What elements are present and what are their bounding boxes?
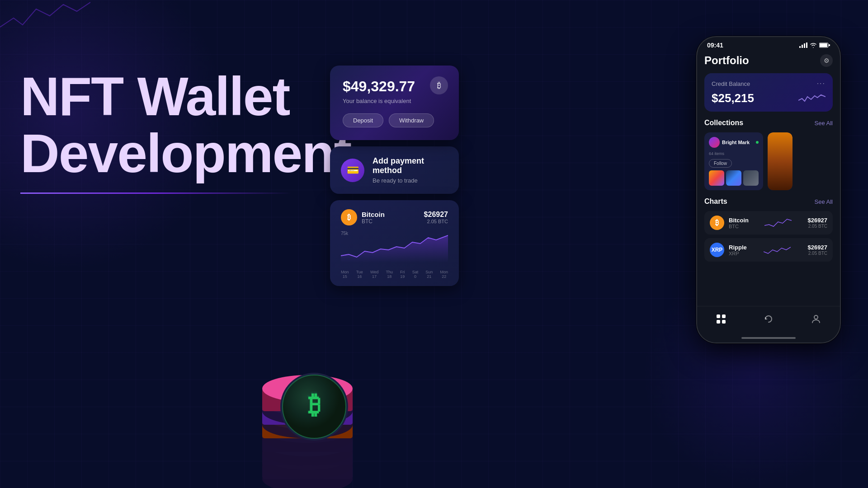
nft-thumb-3	[743, 170, 759, 186]
phone-mockup: 09:41 Portfolio	[696, 36, 841, 343]
svg-rect-28	[820, 43, 827, 47]
phone-content: Portfolio ⚙ Credit Balance ··· $25,215 C…	[697, 51, 840, 306]
chart-row-btc[interactable]: ₿ Bitcoin BTC $26927 2.05 BTC	[704, 211, 833, 235]
chart-label: 75k	[341, 231, 348, 236]
xrp-coin-info: Ripple XRP	[729, 244, 747, 256]
btc-info: Bitcoin BTC	[362, 211, 385, 225]
withdraw-button[interactable]: Withdraw	[389, 113, 434, 127]
btc-coin-ticker: BTC	[729, 224, 749, 229]
charts-header: Charts See All	[704, 197, 833, 206]
home-bar	[741, 337, 796, 339]
btc-stack-visual: ₿ ₿	[231, 316, 384, 488]
chart-date-5: Fri19	[400, 270, 405, 279]
battery-icon	[819, 42, 830, 48]
btc-ticker: BTC	[362, 218, 385, 225]
chart-date-6: Sat0	[412, 270, 419, 279]
svg-rect-25	[804, 43, 805, 48]
svg-text:₿: ₿	[308, 391, 321, 419]
phone-bottom-nav	[697, 306, 840, 333]
svg-rect-33	[722, 320, 726, 324]
credit-menu-dots[interactable]: ···	[817, 80, 826, 88]
payment-card[interactable]: 💳 Add payment method Be ready to trade	[330, 146, 459, 194]
deposit-button[interactable]: Deposit	[343, 113, 383, 127]
xrp-coin-ticker: XRP	[729, 251, 747, 256]
btc-name: Bitcoin	[362, 211, 385, 218]
phone-portfolio-title: Portfolio	[704, 54, 749, 67]
phone-home-indicator	[697, 333, 840, 343]
credit-wave-chart	[798, 93, 826, 104]
decorative-line	[0, 0, 90, 36]
collections-header: Collections See All	[704, 119, 833, 127]
svg-rect-31	[722, 314, 726, 318]
btc-coin-icon: ₿	[710, 216, 724, 230]
collection-avatar	[709, 137, 720, 148]
btc-price: $26927 2.05 BTC	[424, 211, 448, 224]
signal-icon	[799, 42, 807, 48]
nav-grid-icon[interactable]	[714, 312, 728, 326]
online-indicator	[756, 141, 759, 144]
phone-header: Portfolio ⚙	[704, 51, 833, 73]
follow-button[interactable]: Follow	[709, 159, 732, 168]
collection-user: Bright Mark	[709, 137, 759, 148]
xrp-coin-icon: XRP	[710, 243, 724, 257]
balance-subtitle: Your balance is equivalent	[343, 98, 446, 104]
payment-text: Add payment method Be ready to trade	[373, 156, 448, 184]
xrp-chart-price: $26927 2.05 BTC	[808, 244, 827, 256]
nft-thumb-2	[726, 170, 741, 186]
balance-actions: Deposit Withdraw	[343, 113, 446, 127]
collection-card-2	[768, 132, 793, 190]
hero-section: NFT Wallet Development	[20, 68, 337, 194]
credit-balance-card: Credit Balance ··· $25,215	[704, 73, 833, 112]
charts-see-all[interactable]: See All	[815, 198, 833, 205]
btc-price-value: $26927	[424, 211, 448, 219]
wifi-icon	[810, 42, 817, 48]
xrp-mini-chart	[764, 244, 791, 256]
btc-price-sub: 2.05 BTC	[424, 219, 448, 224]
btc-stack-svg: ₿ ₿	[231, 316, 384, 488]
collections-title: Collections	[704, 119, 743, 127]
xrp-chart-price-sub: 2.05 BTC	[808, 251, 827, 256]
btc-card-header: ₿ Bitcoin BTC $26927 2.05 BTC	[341, 209, 448, 225]
collections-see-all[interactable]: See All	[815, 120, 833, 127]
chart-area: 75k	[341, 231, 448, 267]
svg-rect-23	[799, 46, 801, 48]
btc-chart-price-val: $26927	[808, 217, 827, 224]
btc-coin-name: Bitcoin	[729, 217, 749, 224]
svg-rect-29	[829, 44, 830, 46]
gear-icon[interactable]: ⚙	[820, 54, 833, 67]
credit-card-header: Credit Balance ···	[712, 80, 826, 88]
svg-rect-30	[717, 314, 720, 318]
xrp-chart-price-val: $26927	[808, 244, 827, 251]
hero-title: NFT Wallet Development	[20, 68, 337, 182]
nft-grid	[709, 170, 759, 186]
svg-rect-24	[802, 45, 803, 48]
hero-divider	[20, 192, 292, 194]
chart-date-2: Tue16	[356, 270, 363, 279]
chart-svg	[341, 231, 448, 263]
collection-name: Bright Mark	[722, 140, 756, 145]
btc-chart-card: ₿ Bitcoin BTC $26927 2.05 BTC 75k	[330, 200, 459, 286]
balance-icon: ₿	[430, 76, 448, 94]
btc-coin-info: Bitcoin BTC	[729, 217, 749, 229]
charts-section: Charts See All ₿ Bitcoin BTC $26927 2.0	[704, 197, 833, 262]
balance-card-container: ₿ $49,329.77 Your balance is equivalent …	[330, 66, 459, 286]
svg-rect-26	[806, 42, 807, 48]
svg-rect-32	[717, 320, 720, 324]
chart-row-btc-left: ₿ Bitcoin BTC	[710, 216, 749, 230]
nav-user-icon[interactable]	[809, 312, 823, 326]
collection-card-1[interactable]: Bright Mark 64 items Follow	[704, 132, 763, 190]
btc-mini-chart	[764, 216, 792, 229]
credit-bottom: $25,215	[712, 91, 826, 105]
collection-items-count: 64 items	[709, 151, 759, 156]
collections-section: Collections See All Bright Mark 64 items…	[704, 119, 833, 190]
svg-point-34	[814, 315, 818, 319]
chart-date-3: Wed17	[370, 270, 378, 279]
btc-left: ₿ Bitcoin BTC	[341, 209, 385, 225]
chart-row-xrp[interactable]: XRP Ripple XRP $26927 2.05 BTC	[704, 238, 833, 262]
payment-subtitle: Be ready to trade	[373, 177, 448, 184]
nav-refresh-icon[interactable]	[761, 312, 776, 326]
nft-thumb-tall	[768, 132, 793, 190]
credit-amount: $25,215	[712, 91, 754, 105]
chart-date-1: Mon15	[341, 270, 349, 279]
payment-icon: 💳	[341, 159, 364, 182]
